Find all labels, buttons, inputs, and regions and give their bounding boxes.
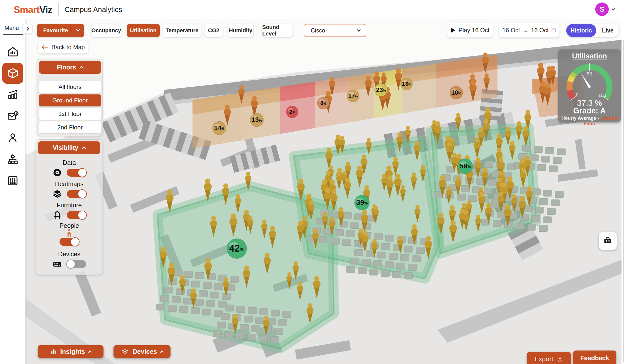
- insights-button[interactable]: Insights: [38, 345, 104, 358]
- map-marker[interactable]: 8%: [317, 97, 329, 109]
- heatmaps-label: Heatmaps: [36, 180, 102, 188]
- collapse-chevron-up-icon: [82, 146, 86, 151]
- historic-live-toggle[interactable]: Historic Live: [566, 24, 619, 37]
- menu-label: Menu: [4, 25, 19, 31]
- tab-sound-level[interactable]: Sound Level: [262, 24, 292, 37]
- sidebar-item-home[interactable]: [2, 41, 23, 62]
- data-toggle[interactable]: [67, 169, 86, 177]
- map-marker[interactable]: 14%: [212, 121, 226, 135]
- sidebar-item-integrations[interactable]: [2, 149, 23, 170]
- svg-text:0: 0: [576, 92, 579, 97]
- vertical-scrollbar[interactable]: [623, 40, 624, 362]
- tab-utilisation[interactable]: Utilisation: [127, 24, 160, 37]
- favourite-button[interactable]: Favourite: [37, 24, 84, 37]
- date-to: 16 Oct: [531, 27, 549, 34]
- left-nav-sidebar: Menu: [0, 19, 26, 364]
- toolbox-button[interactable]: [599, 232, 617, 250]
- map-marker[interactable]: 39%: [354, 195, 370, 210]
- toolbox-icon: [603, 236, 612, 246]
- calendar-icon: [551, 28, 556, 33]
- map-marker[interactable]: 10%: [450, 86, 463, 99]
- utilisation-gauge-panel: Utilisation 0 50 100 37.3 % Grade: A Hou…: [558, 49, 621, 122]
- sidebar-item-controls[interactable]: [2, 170, 23, 191]
- user-icon: [7, 132, 19, 144]
- data-label: Data: [36, 159, 102, 166]
- sidebar-item-3d-view[interactable]: [2, 63, 23, 84]
- mode-live[interactable]: Live: [596, 24, 619, 37]
- map-marker[interactable]: 13%: [400, 78, 412, 90]
- sidebar-divider: [3, 34, 23, 35]
- visibility-panel: Visibility Data Heatmaps Furniture Peopl…: [36, 139, 103, 275]
- back-arrow-icon: [42, 44, 48, 50]
- collapse-chevron-up-icon: [80, 66, 84, 70]
- map-marker[interactable]: 23%: [374, 83, 388, 96]
- wifi-icon: [121, 348, 129, 355]
- download-icon: [557, 356, 563, 362]
- devices-button[interactable]: Devices: [114, 345, 170, 358]
- devices-toggle[interactable]: [67, 260, 86, 268]
- date-from: 16 Oct: [502, 27, 520, 34]
- mail-alert-icon: [7, 110, 19, 122]
- map-marker[interactable]: 13%: [250, 113, 264, 127]
- insights-bar-chart-icon: [50, 348, 57, 355]
- favourite-chevron-down-icon[interactable]: [76, 28, 80, 32]
- equalizer-icon: [7, 175, 19, 187]
- sidebar-item-analytics[interactable]: [2, 84, 23, 105]
- mode-historic[interactable]: Historic: [566, 24, 596, 37]
- visibility-panel-header[interactable]: Visibility: [38, 141, 100, 154]
- people-label: People: [36, 222, 102, 229]
- utilisation-gauge: 0 50 100: [558, 60, 621, 100]
- furniture-icon: [52, 210, 62, 220]
- range-arrow-icon: →: [522, 27, 528, 34]
- logo-divider: [58, 3, 59, 16]
- map-marker[interactable]: 59%: [458, 159, 473, 174]
- sidebar-item-people[interactable]: [2, 127, 23, 148]
- map-marker[interactable]: 17%: [347, 90, 359, 102]
- people-toggle[interactable]: [60, 238, 79, 246]
- tab-co2[interactable]: CO2: [204, 24, 223, 37]
- layers-icon: [52, 189, 62, 199]
- export-button[interactable]: Export: [527, 352, 571, 364]
- map-marker[interactable]: 2%: [286, 106, 298, 118]
- building-select-value: Cisco: [311, 27, 325, 34]
- favourite-divider: [71, 26, 71, 35]
- date-range-picker[interactable]: 16 Oct → 16 Oct: [499, 23, 560, 37]
- heatmaps-toggle[interactable]: [67, 190, 86, 198]
- floor-option-ground[interactable]: Ground Floor: [39, 94, 101, 106]
- gauge-grade: Grade: A: [558, 106, 621, 115]
- building-select[interactable]: Cisco: [304, 24, 366, 37]
- building-select-chevron-down-icon: [357, 28, 361, 32]
- furniture-toggle[interactable]: [67, 211, 86, 219]
- back-to-map-button[interactable]: Back to Map: [38, 41, 88, 53]
- play-button[interactable]: Play 16 Oct: [447, 23, 493, 37]
- floor-option-1st[interactable]: 1st Floor: [39, 108, 101, 120]
- floor-option-all[interactable]: All floors: [39, 81, 101, 93]
- furniture-label: Furniture: [36, 202, 102, 209]
- user-avatar[interactable]: S: [595, 2, 609, 16]
- chevron-up-icon: [160, 350, 164, 354]
- favourite-label: Favourite: [43, 27, 68, 34]
- floors-panel-header[interactable]: Floors: [39, 61, 101, 74]
- tab-occupancy[interactable]: Occupancy: [92, 24, 121, 37]
- tab-humidity[interactable]: Humidity: [228, 24, 253, 37]
- workflow-settings-icon: [7, 153, 19, 165]
- sidebar-item-messages[interactable]: [2, 106, 23, 127]
- tab-temperature[interactable]: Temperature: [163, 24, 201, 37]
- devices-label: Devices: [36, 251, 102, 258]
- avatar-chevron-down-icon[interactable]: [612, 7, 615, 10]
- sidebar-expand-button[interactable]: [22, 24, 32, 34]
- cube-3d-icon: [7, 67, 19, 79]
- feedback-button[interactable]: Feedback: [573, 351, 616, 364]
- svg-text:100: 100: [598, 93, 606, 98]
- bar-chart-growth-icon: [7, 89, 19, 101]
- floors-panel: Floors All floors Ground Floor 1st Floor…: [37, 59, 103, 136]
- chevron-up-icon: [88, 350, 92, 354]
- floor-option-2nd[interactable]: 2nd Floor: [39, 121, 101, 133]
- svg-text:50: 50: [587, 71, 592, 76]
- top-bar: SmartViz Campus Analytics S: [0, 0, 625, 19]
- play-icon: [450, 27, 456, 33]
- smartviz-logo: SmartViz: [14, 4, 52, 15]
- page-title: Campus Analytics: [64, 5, 122, 14]
- devices-icon: [52, 259, 62, 269]
- map-marker[interactable]: 42%: [227, 239, 247, 259]
